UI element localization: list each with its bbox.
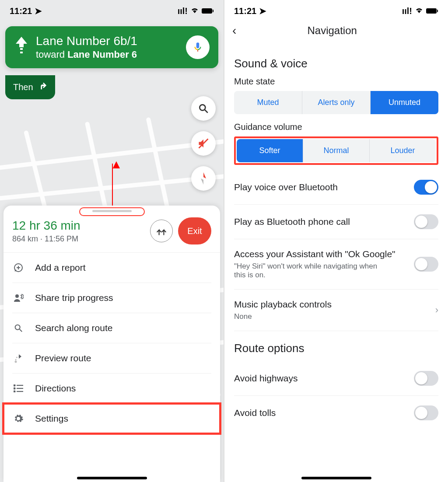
annotation-line xyxy=(112,164,113,207)
row-assistant[interactable]: Access your Assistant with "Ok Google" "… xyxy=(234,239,438,290)
phone-navigation: 11:21 ➤ ııl! Lane Number 6b/1 toward Lan… xyxy=(0,0,224,482)
row-bluetooth-call[interactable]: Play as Bluetooth phone call xyxy=(234,205,438,239)
mute-fab[interactable] xyxy=(191,131,216,156)
svg-point-11 xyxy=(15,361,17,363)
wifi-icon xyxy=(415,6,424,16)
volume-option-louder[interactable]: Louder xyxy=(370,139,436,162)
music-value: None xyxy=(234,312,383,321)
toggle-avoid-tolls[interactable] xyxy=(414,405,438,420)
search-fab[interactable] xyxy=(191,96,216,121)
battery-icon xyxy=(426,6,438,16)
svg-point-9 xyxy=(15,325,20,330)
share-person-icon xyxy=(12,293,24,303)
svg-rect-19 xyxy=(437,10,438,12)
menu-share-progress[interactable]: Share trip progress xyxy=(12,283,211,313)
annotation-grabber-highlight xyxy=(79,207,145,216)
home-indicator[interactable] xyxy=(301,477,371,479)
svg-rect-18 xyxy=(426,8,437,14)
page-title: Navigation xyxy=(236,24,428,37)
status-time: 11:21 ➤ xyxy=(234,6,266,16)
cellular-icon: ııl! xyxy=(402,6,412,16)
battery-icon xyxy=(202,6,214,16)
svg-rect-0 xyxy=(202,8,212,14)
home-indicator[interactable] xyxy=(77,477,147,479)
status-bar: 11:21 ➤ ııl! xyxy=(0,0,224,19)
menu-directions[interactable]: Directions xyxy=(12,374,211,404)
row-avoid-highways[interactable]: Avoid highways xyxy=(234,361,438,396)
guidance-volume-label: Guidance volume xyxy=(234,122,438,132)
direction-banner[interactable]: Lane Number 6b/1 toward Lane Number 6 xyxy=(5,26,218,68)
location-icon: ➤ xyxy=(259,6,266,16)
list-icon xyxy=(12,384,24,392)
status-time: 11:21 ➤ xyxy=(10,6,42,16)
eta-duration: 12 hr 36 min xyxy=(12,219,145,233)
search-icon xyxy=(12,323,24,333)
report-icon xyxy=(12,262,24,273)
section-route-options: Route options xyxy=(234,342,438,355)
section-sound-voice: Sound & voice xyxy=(234,57,438,70)
svg-line-5 xyxy=(205,110,208,113)
bottom-sheet[interactable]: 12 hr 36 min 864 km · 11:56 PM Exit Add … xyxy=(4,206,220,482)
svg-rect-3 xyxy=(20,52,23,53)
row-bluetooth-voice[interactable]: Play voice over Bluetooth xyxy=(234,170,438,205)
toggle-bluetooth-call[interactable] xyxy=(414,214,438,229)
status-indicators: ııl! xyxy=(178,6,214,16)
back-button[interactable]: ‹ xyxy=(232,24,236,38)
toggle-assistant[interactable] xyxy=(414,257,438,272)
row-avoid-tolls[interactable]: Avoid tolls xyxy=(234,396,438,430)
volume-option-normal[interactable]: Normal xyxy=(303,139,370,162)
wifi-icon xyxy=(190,6,199,16)
toggle-bluetooth-voice[interactable] xyxy=(414,180,438,195)
route-preview-icon xyxy=(12,353,24,363)
mute-option-unmuted[interactable]: Unmuted xyxy=(371,91,438,114)
alternate-routes-button[interactable] xyxy=(150,220,173,242)
svg-point-12 xyxy=(14,385,15,386)
straight-arrow-icon xyxy=(14,36,29,59)
then-step[interactable]: Then xyxy=(5,75,55,99)
toggle-avoid-highways[interactable] xyxy=(414,371,438,386)
row-music-playback[interactable]: Music playback controls None › xyxy=(234,290,438,331)
menu-preview-route[interactable]: Preview route xyxy=(12,343,211,374)
mute-state-segment: Muted Alerts only Unmuted xyxy=(234,91,438,114)
mute-state-label: Mute state xyxy=(234,77,438,87)
location-icon: ➤ xyxy=(35,6,42,16)
chevron-right-icon: › xyxy=(435,304,438,316)
svg-point-16 xyxy=(14,391,15,392)
turn-right-icon xyxy=(38,81,47,93)
svg-rect-2 xyxy=(20,48,23,50)
eta-distance-arrival: 864 km · 11:56 PM xyxy=(12,234,145,244)
exit-button[interactable]: Exit xyxy=(178,217,211,244)
mute-option-alerts[interactable]: Alerts only xyxy=(302,91,371,114)
mute-option-muted[interactable]: Muted xyxy=(234,91,302,114)
status-bar: 11:21 ➤ ııl! xyxy=(224,0,448,19)
cellular-icon: ııl! xyxy=(178,6,188,16)
direction-street: Lane Number 6b/1 xyxy=(36,34,179,48)
svg-line-10 xyxy=(20,329,22,332)
guidance-volume-segment: Softer Normal Louder xyxy=(237,139,436,162)
voice-search-button[interactable] xyxy=(186,35,210,59)
direction-toward: toward Lane Number 6 xyxy=(36,49,179,60)
gear-icon xyxy=(12,413,24,424)
status-indicators: ııl! xyxy=(402,6,438,16)
menu-settings[interactable]: Settings xyxy=(4,404,220,433)
menu-add-report[interactable]: Add a report xyxy=(12,253,211,283)
svg-point-14 xyxy=(14,388,15,389)
menu-search-along[interactable]: Search along route xyxy=(12,313,211,343)
eta-block: 12 hr 36 min 864 km · 11:56 PM xyxy=(12,219,145,244)
svg-point-4 xyxy=(200,105,205,110)
phone-settings: 11:21 ➤ ııl! ‹ Navigation Sound & voice … xyxy=(224,0,448,482)
annotation-volume-highlight: Softer Normal Louder xyxy=(234,136,438,165)
compass-fab[interactable] xyxy=(191,166,216,191)
volume-option-softer[interactable]: Softer xyxy=(237,139,303,162)
svg-rect-1 xyxy=(213,10,214,12)
nav-header: ‹ Navigation xyxy=(224,19,448,46)
svg-point-8 xyxy=(15,294,19,298)
